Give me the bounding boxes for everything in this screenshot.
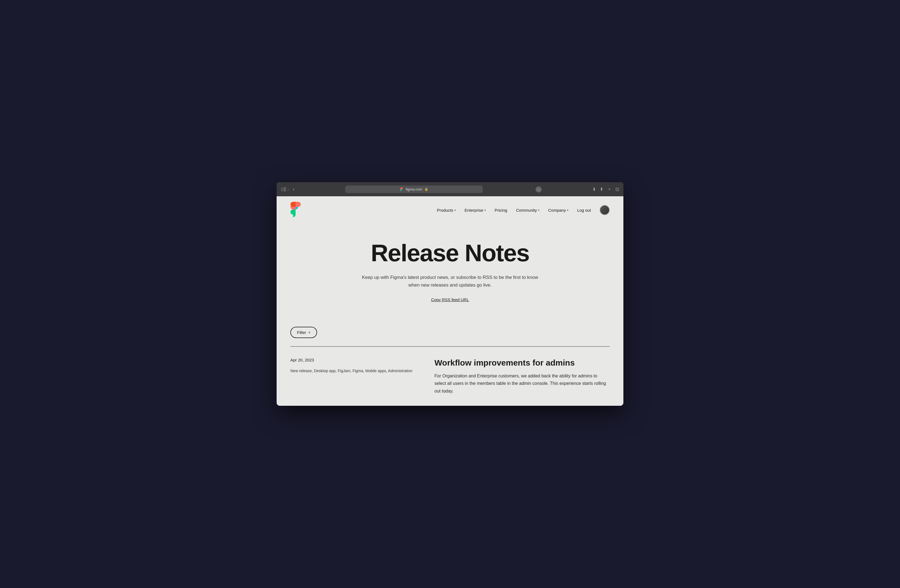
release-meta: Apr 20, 2023 New release, Desktop app, F…: [290, 358, 413, 374]
company-chevron-icon: ▾: [567, 209, 568, 212]
filter-section: Filter ∨: [276, 327, 624, 346]
browser-controls-left: ⌄ ‹: [281, 186, 295, 192]
browser-window: ⌄ ‹ figma.com 🔒 ··· ⬇ ⬆ ＋ ⊡: [276, 182, 624, 406]
release-tags: New release, Desktop app, FigJam, Figma,…: [290, 368, 413, 374]
enterprise-chevron-icon: ▾: [484, 209, 486, 212]
page-title: Release Notes: [290, 240, 610, 266]
lock-icon: 🔒: [424, 188, 428, 191]
filter-chevron-icon: ∨: [308, 330, 310, 334]
url-text: figma.com: [406, 187, 422, 191]
section-divider: [290, 346, 610, 347]
svg-rect-0: [281, 188, 283, 191]
logout-button[interactable]: Log out: [577, 208, 591, 213]
filter-button[interactable]: Filter ∨: [290, 327, 317, 338]
share-icon[interactable]: ⬆: [600, 187, 603, 192]
community-chevron-icon: ▾: [538, 209, 540, 212]
sidebar-toggle-button[interactable]: ⌄: [281, 188, 290, 191]
new-tab-icon[interactable]: ＋: [607, 186, 611, 192]
nav-enterprise[interactable]: Enterprise ▾: [465, 208, 486, 213]
nav-community[interactable]: Community ▾: [516, 208, 540, 213]
page-subtitle: Keep up with Figma's latest product news…: [357, 274, 543, 289]
navbar: Products ▾ Enterprise ▾ Pricing Communit…: [276, 196, 624, 224]
figma-logo[interactable]: [290, 202, 301, 218]
release-date: Apr 20, 2023: [290, 358, 413, 362]
release-item: Apr 20, 2023 New release, Desktop app, F…: [276, 358, 624, 406]
nav-pricing[interactable]: Pricing: [495, 208, 507, 213]
svg-rect-1: [284, 188, 286, 188]
back-button[interactable]: ‹: [293, 186, 295, 192]
nav-products[interactable]: Products ▾: [437, 208, 456, 213]
products-chevron-icon: ▾: [455, 209, 456, 212]
page-actions-button[interactable]: ···: [535, 186, 542, 192]
svg-rect-2: [284, 189, 286, 190]
download-icon[interactable]: ⬇: [592, 187, 596, 192]
favicon: [400, 188, 403, 191]
hero-section: Release Notes Keep up with Figma's lates…: [276, 224, 624, 326]
address-bar[interactable]: figma.com 🔒: [345, 186, 483, 193]
browser-controls-right: ⬇ ⬆ ＋ ⊡: [592, 186, 619, 192]
release-title: Workflow improvements for admins: [434, 358, 610, 368]
user-avatar[interactable]: [600, 205, 610, 215]
release-body: Workflow improvements for admins For Org…: [434, 358, 610, 395]
nav-company[interactable]: Company ▾: [548, 208, 568, 213]
tabs-overview-icon[interactable]: ⊡: [615, 187, 619, 192]
svg-rect-3: [284, 191, 286, 191]
release-description: For Organization and Enterprise customer…: [434, 372, 610, 395]
page-content: Products ▾ Enterprise ▾ Pricing Communit…: [276, 196, 624, 406]
nav-links: Products ▾ Enterprise ▾ Pricing Communit…: [437, 205, 610, 215]
rss-feed-link[interactable]: Copy RSS feed URL: [431, 297, 469, 302]
browser-chrome: ⌄ ‹ figma.com 🔒 ··· ⬇ ⬆ ＋ ⊡: [276, 182, 624, 196]
